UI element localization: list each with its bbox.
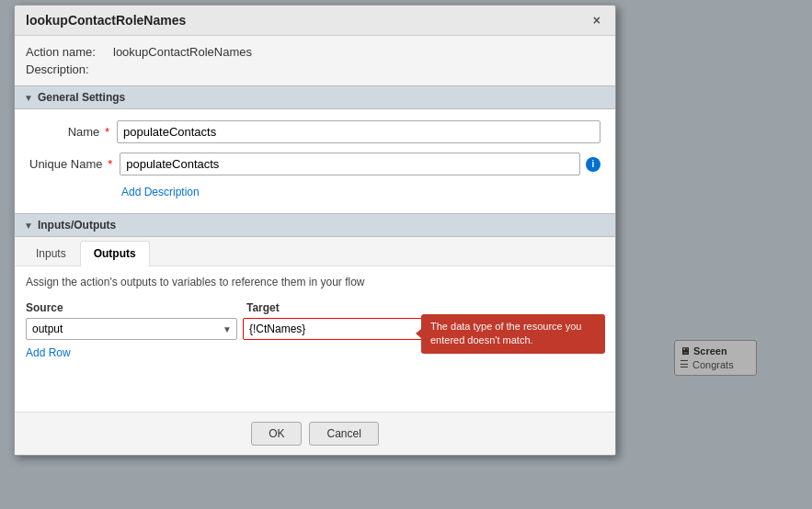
modal-footer: OK Cancel xyxy=(15,412,615,455)
unique-name-info-icon[interactable]: i xyxy=(586,157,600,172)
modal-dialog: lookupContactRoleNames × Action name: lo… xyxy=(14,5,616,456)
description-label: Description: xyxy=(26,62,113,76)
name-label: Name * xyxy=(29,125,117,139)
unique-name-input[interactable] xyxy=(120,153,580,175)
target-column-header: Target xyxy=(246,301,604,314)
error-tooltip: The data type of the resource you entere… xyxy=(421,314,605,354)
modal-close-button[interactable]: × xyxy=(589,13,604,28)
io-section-header[interactable]: ▼ Inputs/Outputs xyxy=(15,213,615,237)
ok-button[interactable]: OK xyxy=(251,422,302,446)
source-select[interactable]: output xyxy=(26,318,237,340)
io-section-label: Inputs/Outputs xyxy=(38,219,116,232)
unique-name-label: Unique Name * xyxy=(29,157,120,171)
section-arrow-icon: ▼ xyxy=(24,93,33,103)
io-section-arrow-icon: ▼ xyxy=(24,221,33,231)
cancel-button[interactable]: Cancel xyxy=(309,422,378,446)
name-input[interactable] xyxy=(117,120,600,143)
action-name-label: Action name: xyxy=(26,45,113,59)
tab-outputs[interactable]: Outputs xyxy=(80,241,150,266)
general-settings-body: Name * Unique Name * i Add Description xyxy=(15,109,615,213)
action-name-row: Action name: lookupContactRoleNames xyxy=(26,45,604,59)
unique-name-required-star: * xyxy=(108,157,112,171)
io-section-body: Inputs Outputs Assign the action's outpu… xyxy=(15,237,615,412)
modal-title: lookupContactRoleNames xyxy=(26,13,186,28)
description-row: Description: xyxy=(26,62,604,76)
tab-description: Assign the action's outputs to variables… xyxy=(26,276,604,288)
source-select-wrapper: output ▼ xyxy=(26,318,237,340)
target-input[interactable] xyxy=(243,318,427,340)
action-name-value: lookupContactRoleNames xyxy=(113,45,252,59)
io-row: output ▼ The data type of the resource y… xyxy=(26,318,604,340)
modal-header: lookupContactRoleNames × xyxy=(15,6,615,36)
unique-name-field-row: Unique Name * i xyxy=(29,153,600,175)
general-settings-header[interactable]: ▼ General Settings xyxy=(15,85,615,109)
tab-inputs[interactable]: Inputs xyxy=(22,241,80,266)
name-field-row: Name * xyxy=(29,120,600,143)
add-row-link[interactable]: Add Row xyxy=(26,346,71,359)
general-settings-label: General Settings xyxy=(38,91,125,104)
tab-content: Assign the action's outputs to variables… xyxy=(15,266,615,368)
name-required-star: * xyxy=(105,125,109,139)
add-description-link[interactable]: Add Description xyxy=(121,186,200,198)
io-tabs: Inputs Outputs xyxy=(15,237,615,266)
action-info-section: Action name: lookupContactRoleNames Desc… xyxy=(15,36,615,85)
source-column-header: Source xyxy=(26,301,246,314)
